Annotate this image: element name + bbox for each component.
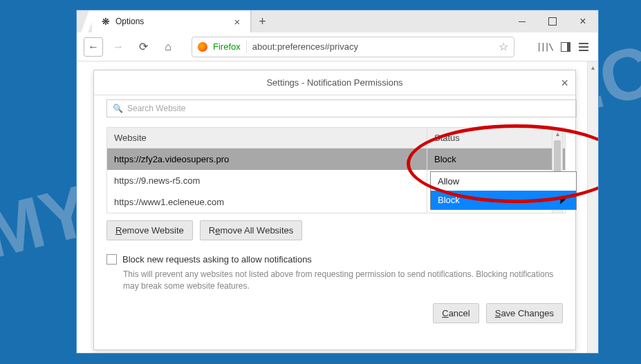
block-new-requests-checkbox[interactable] <box>106 254 117 265</box>
home-button[interactable]: ⌂ <box>158 37 178 57</box>
gear-icon: ❋ <box>102 16 110 27</box>
url-text: about:preferences#privacy <box>252 41 493 52</box>
dialog-footer: Cancel Save Changes <box>106 303 563 323</box>
scroll-up-icon[interactable]: ▴ <box>588 61 598 73</box>
library-icon[interactable]: |||\ <box>537 41 552 52</box>
status-dropdown[interactable]: Block▾ <box>427 149 566 171</box>
browser-window: ❋ Options × + × ← → ⟳ ⌂ Firefox about:pr… <box>76 10 599 354</box>
window-minimize-button[interactable] <box>507 10 537 32</box>
tab-options[interactable]: ❋ Options × <box>92 10 251 32</box>
permissions-table-wrap: Website Status▴ https://zfy2a.videosuper… <box>106 127 563 213</box>
bookmark-star-icon[interactable]: ☆ <box>499 40 508 53</box>
status-dropdown-popup: Allow Block ➤ <box>430 171 577 210</box>
back-button[interactable]: ← <box>84 37 103 57</box>
toolbar: ← → ⟳ ⌂ Firefox about:preferences#privac… <box>77 32 598 61</box>
dropdown-option-allow[interactable]: Allow <box>431 172 576 191</box>
block-new-requests-row: Block new requests asking to allow notif… <box>106 254 563 265</box>
tab-close-icon[interactable]: × <box>232 17 242 26</box>
window-maximize-button[interactable] <box>537 10 568 32</box>
help-text: This will prevent any websites not liste… <box>123 269 559 292</box>
search-website-input[interactable]: 🔍 Search Website <box>106 99 577 117</box>
remove-all-websites-button[interactable]: Remove All Websites <box>200 220 303 240</box>
sidebar-icon[interactable] <box>561 42 570 52</box>
checkbox-label: Block new requests asking to allow notif… <box>122 254 312 265</box>
column-website[interactable]: Website <box>107 128 427 149</box>
firefox-logo-icon <box>198 42 207 52</box>
website-cell: https://9.news-r5.com <box>107 170 427 191</box>
dropdown-option-block[interactable]: Block ➤ <box>431 191 576 209</box>
dialog-title: Settings - Notification Permissions <box>266 77 402 88</box>
scroll-up-icon[interactable]: ▴ <box>552 128 562 139</box>
cancel-button[interactable]: Cancel <box>433 303 479 323</box>
search-placeholder: Search Website <box>127 104 186 113</box>
window-close-button[interactable]: × <box>568 10 598 32</box>
reload-button[interactable]: ⟳ <box>133 37 153 57</box>
website-cell: https://zfy2a.videosupers.pro <box>107 149 427 171</box>
cursor-icon: ➤ <box>556 193 568 207</box>
tab-bar: ❋ Options × + × <box>77 10 598 32</box>
firefox-brand-label: Firefox <box>213 41 241 52</box>
column-status[interactable]: Status▴ <box>427 128 566 149</box>
dialog-header: Settings - Notification Permissions × <box>94 70 575 95</box>
search-icon: 🔍 <box>113 104 123 113</box>
dialog-close-button[interactable]: × <box>561 76 568 90</box>
save-changes-button[interactable]: Save Changes <box>486 303 563 323</box>
forward-button[interactable]: → <box>109 37 128 57</box>
menu-button[interactable] <box>579 43 588 51</box>
tab-title: Options <box>115 17 227 26</box>
table-row[interactable]: https://zfy2a.videosupers.pro Block▾ <box>107 149 566 171</box>
url-bar[interactable]: Firefox about:preferences#privacy ☆ <box>192 37 514 57</box>
page-scrollbar[interactable]: ▴ <box>587 61 598 353</box>
content-area: ▴ Settings - Notification Permissions × … <box>77 61 598 353</box>
notification-permissions-dialog: Settings - Notification Permissions × 🔍 … <box>93 70 576 350</box>
new-tab-button[interactable]: + <box>251 10 273 32</box>
remove-website-button[interactable]: Remove Website <box>106 220 193 240</box>
remove-buttons-row: Remove Website Remove All Websites <box>106 220 563 240</box>
window-controls: × <box>507 10 598 32</box>
website-cell: https://www1.ecleneue.com <box>107 191 427 213</box>
